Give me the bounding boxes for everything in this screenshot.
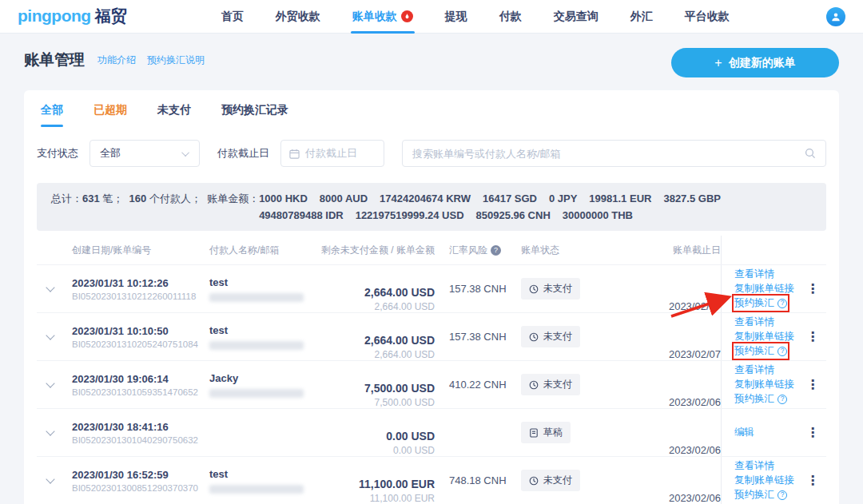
action-copy-bill-link[interactable]: 复制账单链接 [734,474,794,487]
summary-amount: 17424204674 KRW [380,190,471,207]
more-actions-menu[interactable]: ⋮ [806,284,819,295]
action-view-details[interactable]: 查看详情 [734,268,774,281]
row-payer-name: test [209,324,316,336]
row-expand-chevron[interactable] [46,331,54,339]
table-row: 2023/01/30 19:06:14 BI052023013010593514… [37,360,826,408]
help-icon[interactable]: ? [777,299,787,308]
due-date-input[interactable]: 付款截止日 [280,140,384,167]
col-create-date: 创建日期/账单编号 [64,244,205,257]
row-actions: 编辑 [721,409,799,456]
nav-item-withdraw[interactable]: 提现 [445,0,467,34]
action-reserve-exchange[interactable]: 预约换汇? [734,488,787,502]
tab-overdue[interactable]: 已超期 [93,103,127,127]
create-bill-button[interactable]: + 创建新的账单 [671,48,839,77]
nav-item-home[interactable]: 首页 [221,0,244,34]
nav-item-forex[interactable]: 外汇 [630,0,653,34]
link-feature-intro[interactable]: 功能介绍 [97,54,136,67]
row-unpaid-amount: 0.00 USD [386,430,435,442]
status-badge: 未支付 [521,470,580,491]
tab-fx-reserve-records[interactable]: 预约换汇记录 [221,103,288,127]
table-body: 2023/01/31 10:12:26 BI052023013102122600… [37,264,826,504]
status-text: 未支付 [543,282,572,296]
nav-item-platform-collection[interactable]: 平台收款 [685,0,730,34]
nav-item-bill-collection[interactable]: 账单收款 [352,0,413,34]
due-date-label: 付款截止日 [217,146,269,161]
nav-item-label: 账单收款 [352,10,397,24]
summary-amount: 16417 SGD [483,190,537,207]
more-actions-menu[interactable]: ⋮ [806,379,819,391]
action-copy-bill-link[interactable]: 复制账单链接 [734,378,794,391]
help-icon[interactable]: ? [777,395,787,404]
action-edit[interactable]: 编辑 [734,426,754,439]
row-expand-chevron[interactable] [46,379,54,387]
clock-icon [529,284,539,294]
action-reserve-exchange[interactable]: 预约换汇? [734,296,787,310]
action-label: 预约换汇 [734,488,774,502]
create-bill-label: 创建新的账单 [729,56,796,70]
action-view-details[interactable]: 查看详情 [734,315,774,329]
brand-logo[interactable]: pingpong 福贸 [18,6,127,27]
action-copy-bill-link[interactable]: 复制账单链接 [734,282,794,296]
row-payer-email-redacted [209,485,304,494]
more-actions-menu[interactable]: ⋮ [806,331,819,343]
row-expand-chevron[interactable] [46,474,54,483]
help-icon[interactable]: ? [777,490,787,500]
row-actions: 查看详情复制账单链接预约换汇? [721,265,799,312]
nav-menu: 首页 外贸收款 账单收款 提现 付款 交易查询 外汇 平台收款 [221,0,730,34]
row-fx-risk: 157.38 CNH [435,265,511,312]
search-box [402,140,826,167]
action-view-details[interactable]: 查看详情 [734,459,774,473]
link-fx-reserve-help[interactable]: 预约换汇说明 [147,54,205,67]
summary-amount: 850925.96 CNH [476,207,551,224]
due-date-placeholder: 付款截止日 [305,146,357,161]
row-expand-chevron[interactable] [46,283,54,292]
action-label: 复制账单链接 [734,330,794,343]
nav-item-label: 平台收款 [685,10,730,24]
payment-status-select[interactable]: 全部 [89,140,200,167]
summary-amount: 3827.5 GBP [663,190,721,207]
nav-item-label: 提现 [445,10,467,24]
row-fx-risk [435,409,511,456]
more-actions-menu[interactable]: ⋮ [806,475,819,486]
summary-amount: 19981.1 EUR [589,190,651,207]
action-copy-bill-link[interactable]: 复制账单链接 [734,330,794,343]
nav-item-label: 外贸收款 [276,10,320,24]
row-fx-risk: 748.18 CNH [435,457,511,504]
action-view-details[interactable]: 查看详情 [734,363,774,377]
action-label: 查看详情 [734,315,774,329]
search-icon[interactable] [805,148,816,159]
summary-amount: 1000 HKD [259,190,308,207]
plus-icon: + [714,56,722,70]
table-row: 2023/01/30 18:41:16 BI052023013010402907… [37,408,826,456]
row-actions: 查看详情复制账单链接预约换汇? [721,457,799,504]
row-bill-id: BI05202301310205240751084 [72,339,205,349]
help-icon[interactable]: ? [777,347,787,356]
summary-amount: 30000000 THB [563,207,633,224]
row-bill-amount: 0.00 USD [393,445,435,456]
summary-amount: 0 JPY [549,190,577,207]
more-actions-menu[interactable]: ⋮ [806,427,819,439]
row-expand-chevron[interactable] [46,427,54,435]
draft-icon [529,428,539,438]
status-badge: 未支付 [521,326,580,347]
action-label: 编辑 [734,426,754,439]
col-payer: 付款人名称/邮箱 [205,244,316,257]
avatar-icon[interactable] [826,7,845,26]
help-icon[interactable]: ? [491,245,501,256]
row-payer-email-redacted [209,389,304,398]
tab-unpaid[interactable]: 未支付 [157,103,191,127]
nav-item-transactions[interactable]: 交易查询 [554,0,599,34]
action-reserve-exchange[interactable]: 预约换汇? [734,392,787,406]
row-fx-risk: 157.38 CNH [435,313,511,360]
summary-amount: 122197519999.24 USD [356,207,464,224]
col-amount: 剩余未支付金额 / 账单金额 [316,244,435,257]
row-create-date: 2023/01/31 10:10:50 [72,325,205,337]
row-actions: 查看详情复制账单链接预约换汇? [721,361,799,408]
nav-item-trade-collection[interactable]: 外贸收款 [276,0,320,34]
nav-item-payment[interactable]: 付款 [499,0,522,34]
status-badge: 草稿 [521,422,571,443]
action-reserve-exchange[interactable]: 预约换汇? [734,344,787,358]
tab-all[interactable]: 全部 [41,103,63,127]
search-input[interactable] [412,148,805,160]
action-label: 预约换汇 [734,296,774,310]
